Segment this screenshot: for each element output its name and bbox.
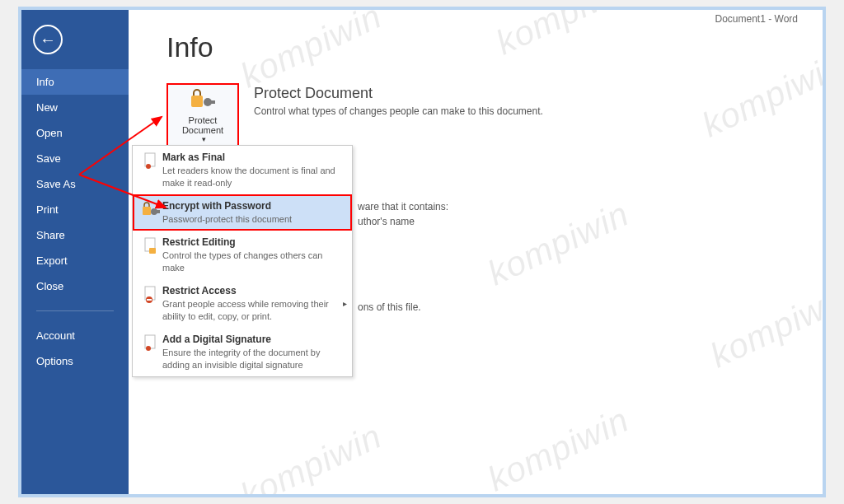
page-title: Info (166, 31, 823, 63)
menu-item-desc: Ensure the integrity of the document by … (162, 347, 345, 371)
svg-rect-0 (191, 96, 203, 107)
inspect-partial-line2: uthor's name (358, 214, 448, 229)
menu-mark-as-final[interactable]: Mark as Final Let readers know the docum… (133, 146, 352, 194)
svg-rect-9 (149, 248, 156, 254)
sidebar-item-close[interactable]: Close (21, 273, 129, 299)
svg-rect-2 (210, 100, 215, 104)
document-restrict-icon (139, 284, 162, 323)
sidebar-item-new[interactable]: New (21, 95, 129, 120)
versions-partial-line: ons of this file. (358, 300, 421, 315)
menu-item-title: Mark as Final (162, 151, 345, 164)
menu-item-title: Add a Digital Signature (162, 333, 345, 346)
sidebar-item-save[interactable]: Save (21, 146, 129, 171)
inspect-partial-line1: ware that it contains: (358, 199, 448, 214)
document-ribbon-icon (139, 151, 162, 189)
protect-section-desc: Control what types of changes people can… (254, 105, 543, 117)
menu-add-digital-signature[interactable]: Add a Digital Signature Ensure the integ… (133, 328, 352, 376)
sidebar-item-save-as[interactable]: Save As (21, 171, 129, 197)
sidebar-item-export[interactable]: Export (21, 248, 129, 273)
protect-section-heading: Protect Document (254, 85, 543, 102)
sidebar-separator (36, 310, 114, 311)
protect-document-button[interactable]: Protect Document▾ (166, 83, 239, 147)
sidebar-item-print[interactable]: Print (21, 197, 129, 222)
lock-key-icon (139, 199, 162, 226)
dropdown-caret-icon: ▾ (202, 135, 206, 143)
menu-item-title: Restrict Access (162, 284, 345, 297)
menu-item-desc: Password-protect this document (162, 213, 345, 226)
svg-point-14 (146, 346, 151, 351)
svg-rect-5 (143, 207, 151, 215)
svg-rect-7 (156, 210, 160, 213)
menu-item-desc: Control the types of changes others can … (162, 250, 345, 274)
protect-document-menu: Mark as Final Let readers know the docum… (132, 145, 353, 377)
menu-item-desc: Let readers know the document is final a… (162, 165, 345, 189)
document-lock-icon (139, 236, 162, 274)
lock-key-icon (190, 87, 216, 112)
menu-restrict-editing[interactable]: Restrict Editing Control the types of ch… (133, 231, 352, 279)
submenu-arrow-icon: ▸ (343, 299, 347, 308)
protect-document-label: Protect Document (168, 115, 237, 135)
backstage-sidebar: ← Info New Open Save Save As Print Share… (21, 10, 129, 494)
sidebar-item-share[interactable]: Share (21, 222, 129, 248)
svg-point-4 (146, 164, 151, 169)
arrow-left-icon: ← (40, 30, 56, 49)
sidebar-item-open[interactable]: Open (21, 120, 129, 146)
back-button[interactable]: ← (33, 25, 63, 54)
document-signature-icon (139, 333, 162, 371)
sidebar-item-options[interactable]: Options (21, 348, 129, 374)
menu-restrict-access[interactable]: Restrict Access Grant people access whil… (133, 279, 352, 328)
menu-item-desc: Grant people access while removing their… (162, 298, 345, 323)
sidebar-item-account[interactable]: Account (21, 323, 129, 348)
sidebar-item-info[interactable]: Info (21, 69, 129, 95)
menu-item-title: Encrypt with Password (162, 199, 345, 212)
svg-rect-12 (147, 299, 152, 301)
svg-rect-13 (145, 335, 155, 348)
svg-rect-3 (145, 153, 155, 166)
menu-item-title: Restrict Editing (162, 236, 345, 249)
menu-encrypt-with-password[interactable]: Encrypt with Password Password-protect t… (133, 194, 352, 231)
